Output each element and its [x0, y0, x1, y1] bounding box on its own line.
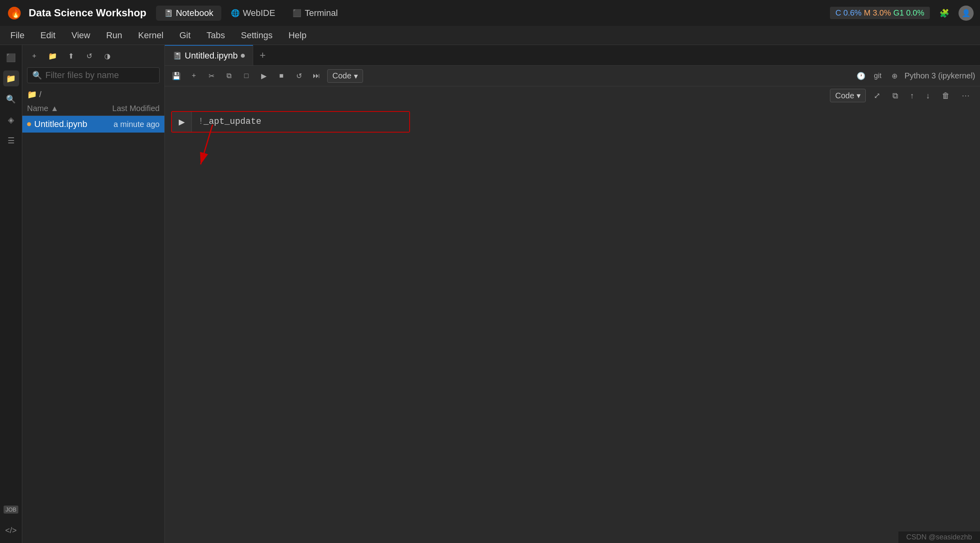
file-row[interactable]: Untitled.ipynb a minute ago: [22, 116, 164, 133]
clock-icon[interactable]: 🕐: [854, 69, 868, 83]
breadcrumb-text: 📁 /: [27, 90, 41, 99]
cell-type-selector[interactable]: Code ▾: [327, 69, 363, 83]
search-input[interactable]: [45, 70, 154, 80]
svg-text:🔥: 🔥: [11, 9, 21, 18]
notebook-tab-untitled[interactable]: 📓 Untitled.ipynb: [165, 45, 253, 65]
tab-add-btn[interactable]: +: [253, 45, 272, 65]
paste-btn[interactable]: □: [240, 69, 253, 83]
activity-list-icon[interactable]: ☰: [3, 133, 19, 148]
col-name-label: Name: [27, 104, 48, 113]
save-btn[interactable]: 💾: [170, 69, 183, 83]
breadcrumb: 📁 /: [22, 87, 164, 102]
topbar: 🔥 Data Science Workshop 📓 Notebook 🌐 Web…: [0, 0, 980, 26]
file-modified: a minute ago: [96, 120, 160, 129]
chevron-down-icon: ▾: [354, 71, 358, 81]
notebook-tabs: 📓 Untitled.ipynb +: [165, 45, 980, 66]
cell-top-toolbar: Code ▾ ⤢ ⧉ ↑ ↓ 🗑 ⋯: [165, 86, 980, 105]
notebook-body: ▶ !_apt_update: [165, 105, 980, 543]
menu-tabs[interactable]: Tabs: [204, 29, 227, 42]
sort-icon: ▲: [51, 104, 59, 113]
copy-btn[interactable]: ⧉: [222, 69, 236, 83]
cell-run-button[interactable]: ▶: [172, 112, 192, 132]
menu-edit[interactable]: Edit: [38, 29, 58, 42]
memory-usage: M 3.0%: [864, 8, 891, 18]
cell-code[interactable]: !_apt_update: [192, 112, 409, 132]
menu-settings[interactable]: Settings: [238, 29, 275, 42]
tab-notebook[interactable]: 📓 Notebook: [156, 6, 221, 21]
run-btn[interactable]: ▶: [257, 69, 271, 83]
menu-help[interactable]: Help: [286, 29, 309, 42]
terminal-icon: ⬛: [293, 9, 301, 18]
more-btn[interactable]: ◑: [100, 49, 115, 63]
fast-forward-btn[interactable]: ⏭: [310, 69, 323, 83]
search-icon: 🔍: [32, 70, 42, 80]
activity-bar: ⬛ 📁 🔍 ◈ ☰ JOB </>: [0, 45, 22, 543]
activity-code-icon[interactable]: </>: [3, 522, 19, 538]
menu-view[interactable]: View: [69, 29, 92, 42]
refresh-btn[interactable]: ↺: [82, 49, 96, 63]
chevron-down-icon-2: ▾: [857, 91, 861, 100]
cut-btn[interactable]: ✂: [205, 69, 218, 83]
delete-cell-btn[interactable]: 🗑: [938, 90, 954, 102]
cpu-usage: C 0.6%: [836, 8, 862, 18]
tab-terminal[interactable]: ⬛ Terminal: [285, 6, 346, 21]
new-file-btn[interactable]: +: [27, 49, 41, 63]
menubar: File Edit View Run Kernel Git Tabs Setti…: [0, 26, 980, 45]
code-prefix: !: [198, 117, 203, 127]
activity-square-icon[interactable]: ⬛: [3, 50, 19, 66]
sidebar: + 📁 ⬆ ↺ ◑ 🔍 📁 / Name ▲ Last Modified Unt…: [22, 45, 165, 543]
file-name: Untitled.ipynb: [34, 119, 93, 129]
kernel-info: Python 3 (ipykernel): [904, 71, 975, 80]
extension-icon[interactable]: 🧩: [936, 5, 952, 21]
file-dot: [27, 122, 31, 126]
new-folder-btn[interactable]: 📁: [45, 49, 60, 63]
resource-badge: C 0.6% M 3.0% G1 0.0%: [830, 7, 930, 19]
copy-cell-btn[interactable]: ⧉: [888, 90, 902, 102]
topbar-right: C 0.6% M 3.0% G1 0.0% 🧩 👤: [830, 5, 974, 21]
upload-btn[interactable]: ⬆: [64, 49, 78, 63]
user-avatar[interactable]: 👤: [959, 6, 974, 21]
notebook-tab-label: Untitled.ipynb: [185, 51, 238, 61]
tab-webide[interactable]: 🌐 WebIDE: [223, 6, 283, 21]
stop-btn[interactable]: ■: [275, 69, 288, 83]
gpu-usage: G1 0.0%: [893, 8, 924, 18]
status-text: CSDN @seasidezhb: [906, 533, 972, 541]
tab-webide-label: WebIDE: [243, 8, 275, 18]
notebook-icon: 📓: [164, 9, 173, 18]
main-layout: ⬛ 📁 🔍 ◈ ☰ JOB </> + 📁 ⬆ ↺ ◑ 🔍 📁 /: [0, 45, 980, 543]
settings-btn[interactable]: ⊕: [888, 69, 901, 83]
menu-git[interactable]: Git: [177, 29, 193, 42]
activity-search-icon[interactable]: 🔍: [3, 91, 19, 107]
code-cell: ▶ !_apt_update: [171, 111, 410, 133]
status-bar: CSDN @seasidezhb: [898, 531, 980, 543]
more-cell-btn[interactable]: ⋯: [958, 89, 974, 102]
restart-btn[interactable]: ↺: [292, 69, 306, 83]
file-table-header: Name ▲ Last Modified: [22, 102, 164, 116]
notebook-toolbar: 💾 + ✂ ⧉ □ ▶ ■ ↺ ⏭ Code ▾ 🕐 git ⊕ Python …: [165, 66, 980, 86]
cell-type-label: Code: [332, 71, 351, 80]
app-logo[interactable]: 🔥: [6, 5, 22, 21]
move-down-btn[interactable]: ↓: [922, 90, 934, 102]
activity-git-icon[interactable]: ◈: [3, 112, 19, 128]
webide-icon: 🌐: [231, 9, 240, 18]
menu-run[interactable]: Run: [104, 29, 125, 42]
cell-type-select-label: Code: [835, 91, 854, 100]
menu-file[interactable]: File: [8, 29, 27, 42]
tab-unsaved-dot: [241, 54, 245, 58]
add-cell-btn[interactable]: +: [187, 69, 201, 83]
sidebar-toolbar: + 📁 ⬆ ↺ ◑: [22, 45, 164, 67]
cell-type-select[interactable]: Code ▾: [830, 89, 866, 102]
activity-files-icon[interactable]: 📁: [3, 70, 19, 86]
topbar-tabs: 📓 Notebook 🌐 WebIDE ⬛ Terminal: [156, 6, 824, 21]
notebook-file-icon: 📓: [173, 51, 182, 60]
expand-btn[interactable]: ⤢: [870, 89, 884, 102]
git-btn[interactable]: git: [871, 69, 884, 83]
activity-job-icon[interactable]: JOB: [3, 502, 19, 518]
menu-kernel[interactable]: Kernel: [136, 29, 166, 42]
file-search: 🔍: [27, 67, 160, 83]
app-title: Data Science Workshop: [29, 7, 146, 19]
cell-code-content: _apt_update: [203, 117, 261, 127]
main-content: 📓 Untitled.ipynb + 💾 + ✂ ⧉ □ ▶ ■ ↺ ⏭ Cod…: [165, 45, 980, 543]
col-name-header[interactable]: Name ▲: [27, 104, 93, 113]
move-up-btn[interactable]: ↑: [906, 90, 918, 102]
